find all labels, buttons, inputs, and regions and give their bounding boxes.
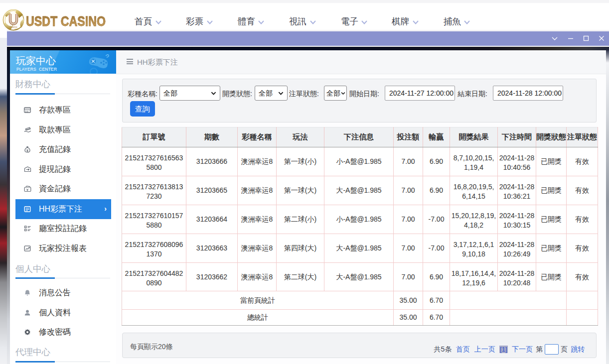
svg-text:Casino: Casino	[10, 26, 17, 28]
